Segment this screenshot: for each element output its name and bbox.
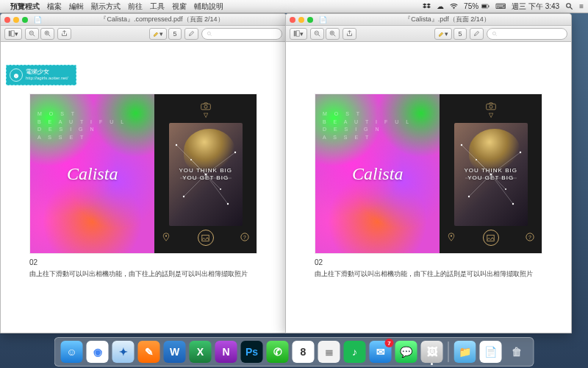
menu-go[interactable]: 前往	[128, 1, 143, 12]
blog-watermark: ☻ 電獺少女 http://agirls.aotter.net/	[6, 65, 76, 85]
svg-line-12	[49, 35, 50, 36]
preview-window-left: 📄 『Calista』.compressed.pdf（頁面 2/14） ▾ ▾ …	[0, 13, 287, 333]
clock[interactable]: 週三 下午 3:43	[512, 1, 559, 12]
chevron-down-icon: ▽	[204, 112, 208, 118]
zoom-in-button[interactable]	[40, 28, 54, 40]
svg-rect-3	[488, 5, 489, 7]
battery-status[interactable]: 75%	[464, 2, 490, 10]
document-content[interactable]: M O S T B E A U T I F U L D E S I G N A …	[1, 42, 286, 333]
dock-preview[interactable]: 🖼	[421, 341, 443, 363]
svg-point-56	[461, 144, 462, 145]
document-content[interactable]: M O S T B E A U T I F U L D E S I G N A …	[286, 42, 571, 333]
view-mode-button[interactable]: ▾	[290, 28, 307, 40]
location-icon	[447, 231, 456, 244]
svg-point-26	[176, 144, 177, 145]
dropbox-icon[interactable]	[423, 2, 431, 10]
dock-word[interactable]: W	[164, 341, 186, 363]
titlebar[interactable]: 📄 『Calista』.compressed.pdf（頁面 2/14）	[1, 14, 286, 26]
highlight-button[interactable]: ▾	[434, 28, 452, 40]
svg-rect-17	[201, 104, 210, 110]
dock-excel[interactable]: X	[190, 341, 212, 363]
svg-point-62	[451, 235, 452, 236]
notification-center-icon[interactable]: ≡	[579, 2, 584, 10]
dock-line[interactable]: ✆	[267, 341, 289, 363]
markup-button[interactable]	[470, 28, 484, 40]
svg-point-45	[492, 32, 495, 35]
menu-view[interactable]: 顯示方式	[91, 1, 121, 12]
calista-logo: Calista	[67, 164, 118, 184]
sample-photo: YOU THINK BIG YOU GET BIG	[169, 123, 243, 226]
minimize-button[interactable]	[13, 17, 19, 23]
minimize-button[interactable]	[298, 17, 304, 23]
svg-point-4	[567, 4, 571, 8]
zoom-button[interactable]	[307, 17, 313, 23]
window-title: 『Calista』.compressed.pdf（頁面 2/14）	[42, 15, 282, 24]
dock-messages[interactable]: 💬	[395, 341, 417, 363]
pdf-icon: 📄	[34, 16, 42, 24]
titlebar[interactable]: 📄 『Calista』.pdf（頁面 2/14）	[286, 14, 571, 26]
text-input-icon[interactable]: ⌨	[495, 2, 506, 10]
caption-text: 由上往下滑動可以叫出相機功能，由下往上的話則是可以叫出相簿擷取照片	[315, 269, 542, 279]
dock-photoshop[interactable]: Ps	[241, 341, 263, 363]
svg-text:?: ?	[243, 235, 246, 240]
dock-pages[interactable]: ✎	[138, 341, 160, 363]
caption-number: 02	[29, 258, 257, 266]
zoom-out-button[interactable]	[25, 28, 39, 40]
svg-line-5	[570, 7, 573, 10]
zoom-button[interactable]	[22, 17, 28, 23]
menu-window[interactable]: 視窗	[172, 1, 187, 12]
zoom-in-button[interactable]	[326, 28, 340, 40]
dock-mail[interactable]: ✉7	[370, 341, 392, 363]
close-button[interactable]	[4, 17, 10, 23]
spotlight-icon[interactable]	[565, 2, 573, 10]
wifi-icon[interactable]	[450, 2, 458, 10]
svg-point-0	[453, 8, 454, 9]
dock-chrome[interactable]: ◉	[87, 341, 109, 363]
menu-file[interactable]: 檔案	[47, 1, 62, 12]
menu-tools[interactable]: 工具	[150, 1, 165, 12]
splash-panel: M O S T B E A U T I F U L D E S I G N A …	[315, 94, 440, 253]
dock-calendar[interactable]: 8	[293, 341, 315, 363]
svg-rect-6	[9, 31, 11, 37]
chevron-down-icon: ▽	[489, 112, 493, 118]
share-button[interactable]	[57, 28, 71, 40]
toolbar: ▾ ▾ 5	[286, 26, 571, 42]
svg-line-16	[210, 35, 211, 35]
page-field[interactable]: 5	[453, 28, 467, 40]
menubar: 預覽程式 檔案 編輯 顯示方式 前往 工具 視窗 輔助說明 ☁ 75% ⌨ 週三…	[0, 0, 588, 13]
phone-panel: ▽ YOU THINK BIG YOU GET BIG ?	[154, 94, 257, 253]
watermark-url: http://agirls.aotter.net/	[26, 76, 68, 81]
highlight-button[interactable]: ▾	[149, 28, 167, 40]
dock-reminders[interactable]: ≣	[318, 341, 340, 363]
svg-line-46	[495, 35, 496, 35]
svg-point-59	[512, 202, 514, 204]
zoom-out-button[interactable]	[310, 28, 324, 40]
search-field[interactable]	[201, 28, 282, 40]
svg-rect-37	[297, 31, 300, 37]
dock-doc[interactable]: 📄	[480, 341, 502, 363]
dock-folder[interactable]: 📁	[454, 341, 476, 363]
dock-trash[interactable]: 🗑	[506, 341, 528, 363]
dock: ☺◉✦✎WXNPs✆8≣♪✉7💬🖼📁📄🗑	[54, 337, 534, 367]
page-field[interactable]: 5	[168, 28, 182, 40]
app-menu[interactable]: 預覽程式	[10, 1, 40, 12]
menu-help[interactable]: 輔助說明	[194, 1, 223, 12]
dock-finder[interactable]: ☺	[61, 341, 83, 363]
dock-onenote[interactable]: N	[215, 341, 237, 363]
search-field[interactable]	[487, 28, 567, 40]
sync-icon[interactable]: ☁	[437, 2, 444, 10]
svg-line-39	[318, 35, 320, 36]
markup-button[interactable]	[184, 28, 198, 40]
dock-spotify[interactable]: ♪	[344, 341, 366, 363]
caption-number: 02	[315, 258, 542, 266]
close-button[interactable]	[290, 17, 295, 23]
dock-safari[interactable]: ✦	[112, 341, 135, 363]
svg-point-31	[220, 188, 221, 190]
share-button[interactable]	[343, 28, 356, 40]
help-icon: ?	[526, 231, 534, 244]
caption-text: 由上往下滑動可以叫出相機功能，由下往上的話則是可以叫出相簿擷取照片	[29, 269, 257, 279]
view-mode-button[interactable]: ▾	[4, 28, 22, 40]
gallery-icon	[483, 230, 499, 246]
calista-logo: Calista	[352, 164, 403, 184]
menu-edit[interactable]: 編輯	[69, 1, 84, 12]
